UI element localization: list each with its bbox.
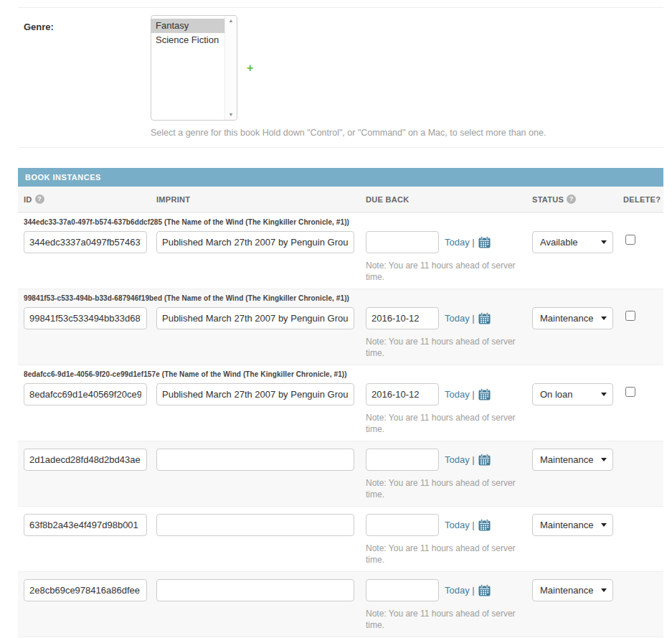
status-select[interactable]: On loan bbox=[532, 383, 613, 405]
status-select[interactable]: Maintenance bbox=[532, 579, 613, 601]
imprint-input[interactable] bbox=[156, 449, 354, 471]
due-back-cell: Today | Note: You are 11 hours ahead of … bbox=[366, 383, 532, 435]
imprint-cell bbox=[156, 514, 366, 536]
scroll-down-icon[interactable]: ▼ bbox=[229, 112, 234, 118]
due-back-cell: Today | Note: You are 11 hours ahead of … bbox=[366, 231, 532, 283]
status-select[interactable]: Maintenance bbox=[532, 307, 613, 329]
status-cell: Maintenance bbox=[532, 514, 623, 536]
status-select[interactable]: Available bbox=[532, 231, 613, 253]
instance-label: 344edc33-37a0-497f-b574-637b6ddcf285 (Th… bbox=[18, 216, 663, 231]
delete-cell bbox=[623, 514, 658, 517]
id-input[interactable] bbox=[24, 383, 147, 405]
id-cell bbox=[24, 383, 156, 405]
id-cell bbox=[24, 231, 156, 253]
genre-label: Genre: bbox=[18, 15, 151, 138]
id-cell bbox=[24, 579, 156, 601]
status-select[interactable]: Maintenance bbox=[532, 514, 613, 536]
column-header-id: ID ? bbox=[24, 194, 156, 204]
scroll-up-icon[interactable]: ▲ bbox=[229, 18, 234, 24]
genre-form-row: Genre: Fantasy Science Fiction ▲ ▼ + Sel… bbox=[18, 8, 663, 138]
due-back-input[interactable] bbox=[366, 514, 439, 536]
calendar-icon[interactable] bbox=[478, 584, 491, 596]
delete-cell bbox=[623, 231, 658, 247]
delete-cell bbox=[623, 579, 658, 583]
today-link[interactable]: Today | bbox=[445, 520, 475, 530]
imprint-cell bbox=[156, 307, 366, 329]
server-time-note: Note: You are 11 hours ahead of server t… bbox=[366, 412, 525, 435]
imprint-input[interactable] bbox=[156, 231, 354, 253]
due-back-cell: Today | Note: You are 11 hours ahead of … bbox=[366, 579, 532, 631]
book-instance-row: Today | Note: You are 11 hours ahead of … bbox=[18, 441, 663, 506]
id-input[interactable] bbox=[24, 449, 147, 471]
status-cell: Maintenance bbox=[532, 449, 623, 471]
genre-multiselect[interactable]: Fantasy Science Fiction ▲ ▼ bbox=[151, 15, 237, 121]
today-link[interactable]: Today | bbox=[445, 454, 475, 465]
imprint-cell bbox=[156, 579, 366, 601]
delete-checkbox[interactable] bbox=[625, 311, 635, 321]
book-instances-module: BOOK INSTANCES ID ? IMPRINT DUE BACK STA… bbox=[18, 168, 663, 638]
add-genre-icon[interactable]: + bbox=[247, 62, 253, 74]
book-instance-row: 99841f53-c533-494b-b33d-687946f19bed (Th… bbox=[18, 288, 663, 365]
table-header-row: ID ? IMPRINT DUE BACK STATUS ? DELETE? bbox=[18, 187, 663, 212]
server-time-note: Note: You are 11 hours ahead of server t… bbox=[366, 608, 525, 631]
delete-cell bbox=[623, 449, 658, 452]
imprint-input[interactable] bbox=[156, 307, 354, 329]
due-back-input[interactable] bbox=[366, 579, 439, 601]
today-link[interactable]: Today | bbox=[445, 237, 475, 248]
imprint-cell bbox=[156, 383, 366, 405]
today-link[interactable]: Today | bbox=[445, 389, 475, 400]
help-icon[interactable]: ? bbox=[35, 194, 44, 204]
genre-option-fantasy[interactable]: Fantasy bbox=[151, 19, 224, 33]
id-input[interactable] bbox=[24, 307, 147, 329]
calendar-icon[interactable] bbox=[478, 454, 491, 466]
due-back-cell: Today | Note: You are 11 hours ahead of … bbox=[366, 307, 532, 359]
instance-label: 99841f53-c533-494b-b33d-687946f19bed (Th… bbox=[18, 292, 663, 307]
column-header-status: STATUS ? bbox=[532, 194, 623, 204]
due-back-input[interactable] bbox=[366, 307, 439, 329]
id-input[interactable] bbox=[24, 579, 147, 601]
imprint-cell bbox=[156, 231, 366, 253]
calendar-icon[interactable] bbox=[478, 312, 491, 324]
instance-label: 8edafcc6-9d1e-4056-9f20-ce99d1ef157e (Th… bbox=[18, 368, 663, 383]
divider bbox=[18, 147, 663, 148]
server-time-note: Note: You are 11 hours ahead of server t… bbox=[366, 477, 525, 500]
id-input[interactable] bbox=[24, 231, 147, 253]
imprint-input[interactable] bbox=[156, 514, 354, 536]
delete-checkbox[interactable] bbox=[625, 387, 635, 397]
genre-help-text: Select a genre for this book Hold down "… bbox=[151, 128, 546, 138]
imprint-input[interactable] bbox=[156, 383, 354, 405]
calendar-icon[interactable] bbox=[478, 388, 491, 400]
help-icon[interactable]: ? bbox=[567, 194, 576, 204]
delete-checkbox[interactable] bbox=[625, 235, 635, 245]
today-link[interactable]: Today | bbox=[445, 313, 475, 324]
today-link[interactable]: Today | bbox=[445, 585, 475, 596]
imprint-cell bbox=[156, 449, 366, 471]
id-cell bbox=[24, 449, 156, 471]
status-cell: On loan bbox=[532, 383, 623, 405]
id-cell bbox=[24, 307, 156, 329]
due-back-input[interactable] bbox=[366, 449, 439, 471]
server-time-note: Note: You are 11 hours ahead of server t… bbox=[366, 543, 525, 566]
server-time-note: Note: You are 11 hours ahead of server t… bbox=[366, 336, 525, 359]
due-back-input[interactable] bbox=[366, 231, 439, 253]
listbox-scrollbar[interactable]: ▲ ▼ bbox=[224, 16, 237, 120]
book-instance-row: 344edc33-37a0-497f-b574-637b6ddcf285 (Th… bbox=[18, 212, 663, 288]
column-header-imprint: IMPRINT bbox=[156, 195, 366, 204]
imprint-input[interactable] bbox=[156, 579, 354, 601]
column-header-due-back: DUE BACK bbox=[366, 195, 532, 204]
genre-option-science-fiction[interactable]: Science Fiction bbox=[151, 33, 224, 47]
due-back-cell: Today | Note: You are 11 hours ahead of … bbox=[366, 449, 532, 500]
due-back-input[interactable] bbox=[366, 383, 439, 405]
delete-cell bbox=[623, 383, 658, 399]
book-instance-row: 8edafcc6-9d1e-4056-9f20-ce99d1ef157e (Th… bbox=[18, 365, 663, 441]
status-cell: Maintenance bbox=[532, 307, 623, 329]
module-title: BOOK INSTANCES bbox=[18, 168, 663, 187]
book-instance-row: Today | Note: You are 11 hours ahead of … bbox=[18, 506, 663, 571]
column-header-delete: DELETE? bbox=[623, 195, 661, 204]
delete-cell bbox=[623, 307, 658, 323]
status-select[interactable]: Maintenance bbox=[532, 449, 613, 471]
calendar-icon[interactable] bbox=[478, 236, 491, 248]
id-input[interactable] bbox=[24, 514, 147, 536]
calendar-icon[interactable] bbox=[478, 519, 491, 531]
id-cell bbox=[24, 514, 156, 536]
